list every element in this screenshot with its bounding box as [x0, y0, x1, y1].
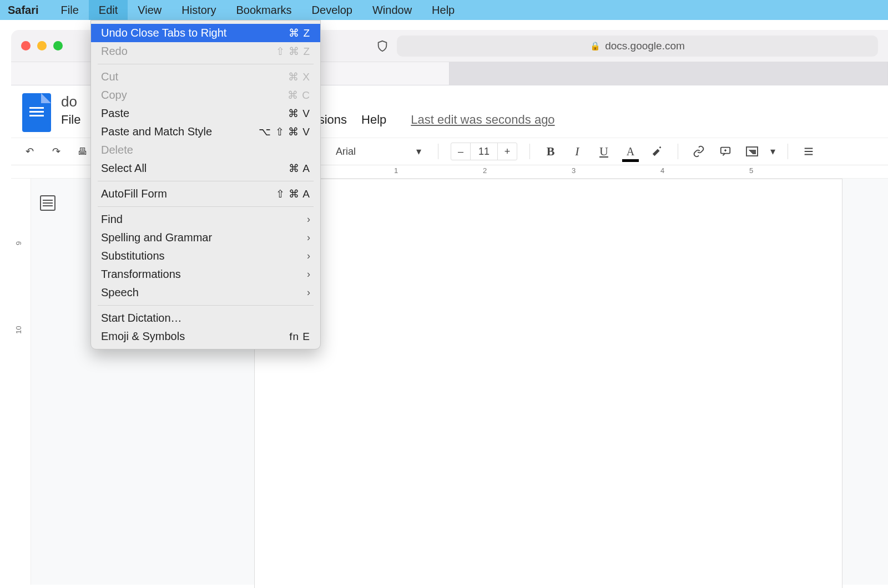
menu-item-shortcut: ⌘ Z: [289, 27, 310, 39]
document-outline-icon[interactable]: [40, 195, 56, 211]
menu-item-label: Redo: [101, 45, 128, 58]
bold-button[interactable]: B: [542, 143, 559, 160]
window-minimize-button[interactable]: [37, 41, 47, 50]
font-family-select[interactable]: Arial ▾: [331, 143, 426, 160]
menu-item-label: Substitutions: [101, 250, 165, 262]
menu-item-shortcut: ⌘ V: [288, 107, 310, 120]
edit-menu-item: Cut⌘ X: [91, 68, 320, 86]
edit-menu-item[interactable]: Substitutions›: [91, 247, 320, 265]
edit-menu-item[interactable]: Paste and Match Style⌥ ⇧ ⌘ V: [91, 123, 320, 141]
chevron-right-icon: ›: [307, 250, 310, 262]
highlight-color-button[interactable]: [649, 143, 665, 160]
underline-button[interactable]: U: [596, 143, 612, 160]
menu-item-shortcut: ⇧ ⌘ Z: [276, 45, 310, 58]
chevron-right-icon: ›: [307, 214, 310, 225]
menu-item-shortcut: ⌘ X: [288, 70, 310, 83]
menu-item-label: AutoFill Form: [101, 187, 167, 200]
menu-item-label: Select All: [101, 162, 147, 175]
menu-item-label: Speech: [101, 286, 139, 299]
gdocs-last-edit[interactable]: Last edit was seconds ago: [411, 113, 554, 127]
menu-item-shortcut: ⌘ A: [289, 162, 310, 175]
edit-menu-item[interactable]: Select All⌘ A: [91, 159, 320, 178]
mac-menu-bookmarks[interactable]: Bookmarks: [226, 0, 302, 20]
privacy-shield-icon[interactable]: [376, 39, 389, 53]
edit-menu-item[interactable]: Transformations›: [91, 265, 320, 283]
menu-item-label: Paste and Match Style: [101, 125, 212, 138]
gdocs-page-sheet[interactable]: [254, 179, 842, 588]
mac-menu-bar: Safari File Edit View History Bookmarks …: [0, 0, 888, 20]
menu-item-label: Copy: [101, 89, 127, 102]
add-comment-button[interactable]: [717, 143, 734, 160]
menu-item-label: Undo Close Tabs to Right: [101, 27, 226, 39]
menu-item-label: Transformations: [101, 268, 181, 281]
font-size-decrease[interactable]: –: [451, 143, 470, 160]
edit-menu-item[interactable]: Paste⌘ V: [91, 104, 320, 123]
address-bar[interactable]: 🔒 docs.google.com: [397, 36, 878, 57]
edit-menu-item[interactable]: Find›: [91, 210, 320, 229]
chevron-down-icon: ▾: [416, 145, 421, 158]
lock-icon: 🔒: [590, 41, 601, 51]
align-button[interactable]: [800, 143, 817, 160]
menu-item-shortcut: ⌥ ⇧ ⌘ V: [259, 125, 310, 138]
font-size-increase[interactable]: +: [498, 143, 517, 160]
menu-item-label: Cut: [101, 70, 118, 83]
mac-menu-file[interactable]: File: [51, 0, 89, 20]
menu-item-label: Start Dictation…: [101, 312, 182, 325]
edit-menu-item[interactable]: Spelling and Grammar›: [91, 229, 320, 247]
edit-menu-item: Redo⇧ ⌘ Z: [91, 42, 320, 60]
window-zoom-button[interactable]: [53, 41, 63, 50]
mac-menu-history[interactable]: History: [171, 0, 226, 20]
menu-item-label: Paste: [101, 107, 129, 120]
mac-menu-window[interactable]: Window: [362, 0, 422, 20]
edit-menu-item[interactable]: Speech›: [91, 283, 320, 302]
chevron-right-icon: ›: [307, 287, 310, 298]
edit-menu-item: Copy⌘ C: [91, 86, 320, 104]
italic-button[interactable]: I: [569, 143, 586, 160]
redo-icon[interactable]: ↷: [48, 143, 64, 160]
mac-menu-help[interactable]: Help: [422, 0, 465, 20]
menu-item-label: Find: [101, 213, 123, 226]
chevron-down-icon: ▾: [770, 145, 775, 158]
font-size-stepper: – 11 +: [451, 143, 517, 160]
window-traffic-lights: [21, 41, 63, 50]
font-size-value[interactable]: 11: [470, 143, 498, 160]
safari-tab-inactive[interactable]: [450, 62, 888, 85]
window-close-button[interactable]: [21, 41, 31, 50]
chevron-right-icon: ›: [307, 232, 310, 244]
address-text: docs.google.com: [605, 40, 685, 52]
edit-dropdown-menu: Undo Close Tabs to Right⌘ ZRedo⇧ ⌘ ZCut⌘…: [90, 20, 321, 349]
edit-menu-item[interactable]: AutoFill Form⇧ ⌘ A: [91, 185, 320, 203]
edit-menu-item[interactable]: Undo Close Tabs to Right⌘ Z: [91, 24, 320, 42]
mac-app-name: Safari: [8, 4, 39, 17]
vertical-ruler: 9 10: [11, 179, 31, 585]
menu-item-label: Emoji & Symbols: [101, 330, 185, 343]
gdocs-logo-icon[interactable]: [22, 93, 51, 132]
insert-link-button[interactable]: [690, 143, 707, 160]
gdocs-menu-file[interactable]: File: [61, 113, 80, 127]
gdocs-menu-help[interactable]: Help: [361, 113, 386, 127]
undo-icon[interactable]: ↶: [21, 143, 38, 160]
chevron-right-icon: ›: [307, 268, 310, 280]
edit-menu-item: Delete: [91, 141, 320, 159]
menu-item-shortcut: fn E: [289, 331, 310, 343]
menu-item-shortcut: ⇧ ⌘ A: [276, 187, 310, 200]
print-icon[interactable]: 🖶: [74, 143, 91, 160]
text-color-button[interactable]: A: [622, 143, 639, 160]
mac-menu-develop[interactable]: Develop: [302, 0, 362, 20]
edit-menu-item[interactable]: Emoji & Symbolsfn E: [91, 327, 320, 346]
mac-menu-edit[interactable]: Edit: [89, 0, 128, 20]
menu-item-label: Spelling and Grammar: [101, 231, 212, 244]
menu-item-shortcut: ⌘ C: [287, 89, 310, 102]
mac-menu-view[interactable]: View: [128, 0, 171, 20]
edit-menu-item[interactable]: Start Dictation…: [91, 309, 320, 327]
gdocs-left-gutter: [31, 179, 64, 585]
menu-item-label: Delete: [101, 144, 133, 156]
insert-image-button[interactable]: [744, 143, 760, 160]
